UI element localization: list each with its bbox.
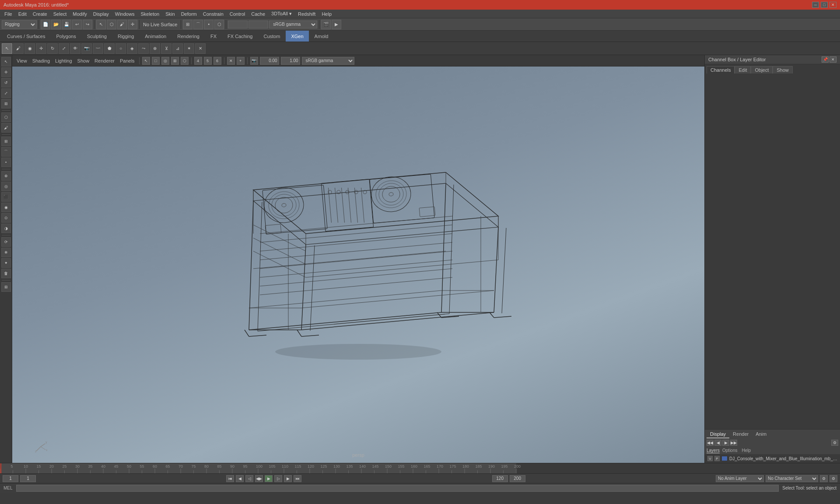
module-tab-rendering[interactable]: Rendering	[172, 31, 205, 42]
save-button[interactable]: 💾	[62, 20, 71, 29]
menu-skeleton[interactable]: Skeleton	[138, 11, 162, 17]
layer-tab-anim[interactable]: Anim	[752, 430, 770, 438]
vp-shading-3[interactable]: 6	[214, 57, 221, 65]
module-tab-animation[interactable]: Animation	[140, 31, 172, 42]
module-tab-arnold[interactable]: Arnold	[309, 31, 334, 42]
render-button[interactable]: ▶	[332, 20, 341, 29]
menu-create[interactable]: Create	[30, 11, 50, 17]
menu-3dtoall--[interactable]: 3DToAll ▾	[269, 10, 294, 17]
layer-next-btn[interactable]: ▶	[722, 440, 729, 446]
vp-icon-cam[interactable]: 📷	[250, 57, 258, 65]
character-set-select[interactable]: No Character Set	[766, 475, 818, 482]
sculpt-icon[interactable]: ◉	[24, 43, 35, 54]
next-frame-btn[interactable]: ▶	[284, 475, 292, 482]
command-input[interactable]	[16, 485, 779, 492]
layer-color-swatch[interactable]	[721, 456, 728, 461]
menu-control[interactable]: Control	[227, 11, 248, 17]
shading-menu[interactable]: Shading	[31, 58, 52, 63]
rotate-left-btn[interactable]: ↺	[1, 78, 11, 88]
new-file-button[interactable]: 📄	[41, 20, 50, 29]
menu-select[interactable]: Select	[51, 11, 70, 17]
range-start-input[interactable]	[20, 475, 36, 482]
range-end-input[interactable]	[492, 475, 508, 482]
value-input2[interactable]: 1.00	[248, 21, 268, 28]
show-menu[interactable]: Show	[76, 58, 91, 63]
select-tool-icon[interactable]: ↖	[2, 43, 12, 54]
minimize-button[interactable]: ─	[812, 2, 819, 8]
goto-first-btn[interactable]: ⏮	[226, 475, 234, 482]
rigging-dropdown[interactable]: Rigging	[2, 20, 37, 29]
lighting-menu[interactable]: Lighting	[53, 58, 74, 63]
camera-icon[interactable]: 📷	[81, 43, 92, 54]
viewport-3d[interactable]: persp y z x	[12, 66, 704, 463]
manip-left-btn[interactable]: ⊞	[1, 99, 11, 108]
render-settings-button[interactable]: 🎬	[321, 20, 331, 29]
module-tab-fx-caching[interactable]: FX Caching	[222, 31, 258, 42]
close-panel-icon[interactable]: ✕	[195, 43, 206, 54]
scale-tool-icon[interactable]: ⤢	[59, 43, 69, 54]
vp-icon-1[interactable]: ↖	[142, 57, 150, 65]
layer-visibility-p[interactable]: P	[714, 456, 720, 461]
module-tab-rigging[interactable]: Rigging	[112, 31, 139, 42]
module-tab-sculpting[interactable]: Sculpting	[82, 31, 112, 42]
undo-button[interactable]: ↩	[72, 20, 82, 29]
panels-menu[interactable]: Panels	[118, 58, 136, 63]
select-button[interactable]: ↖	[96, 20, 106, 29]
anim-pref-btn[interactable]: ⚙	[830, 475, 837, 482]
lattice-btn[interactable]: ⬛	[1, 192, 11, 202]
next-key-btn[interactable]: ▷	[274, 475, 282, 482]
soft-sel-btn[interactable]: ⬡	[1, 112, 11, 122]
module-tab-xgen[interactable]: XGen	[286, 31, 308, 42]
char-set-btn[interactable]: ⚙	[820, 475, 828, 482]
snap-surface-button[interactable]: ⬡	[214, 20, 224, 29]
nurbs-icon[interactable]: ○	[116, 43, 126, 54]
menu-modify[interactable]: Modify	[70, 11, 89, 17]
redo-button[interactable]: ↪	[83, 20, 92, 29]
renderer-menu[interactable]: Renderer	[93, 58, 116, 63]
vp-scale-input[interactable]	[281, 57, 300, 65]
select-left-btn[interactable]: ↖	[1, 57, 11, 66]
vp-icon-x[interactable]: ✕	[227, 57, 235, 65]
layer-prev-btn[interactable]: ◀	[714, 440, 721, 446]
vp-shading-1[interactable]: 4	[194, 57, 202, 65]
layer-first-btn[interactable]: ◀◀	[707, 440, 714, 446]
channel-tab-object[interactable]: Object	[751, 66, 773, 74]
skin-icon[interactable]: ⊿	[172, 43, 183, 54]
rotate-tool-icon[interactable]: ↻	[47, 43, 58, 54]
play-btn[interactable]: ▶	[265, 475, 273, 482]
anim-layer-select[interactable]: No Anim Layer	[716, 475, 764, 482]
snap-grid-button[interactable]: ⊞	[183, 20, 192, 29]
polygon-icon[interactable]: ⬟	[104, 43, 115, 54]
blend-shape-btn[interactable]: ◑	[1, 224, 11, 233]
help-subtab[interactable]: Help	[740, 448, 752, 453]
prev-key-btn[interactable]: ◁	[245, 475, 253, 482]
snap-point-button[interactable]: •	[204, 20, 214, 29]
view-menu[interactable]: View	[15, 58, 29, 63]
menu-deform[interactable]: Deform	[178, 11, 200, 17]
vp-icon-2[interactable]: □	[152, 57, 160, 65]
vp-icon-5[interactable]: ⬡	[181, 57, 189, 65]
vp-value-input[interactable]	[260, 57, 279, 65]
move-tool-icon[interactable]: ✛	[36, 43, 46, 54]
module-tab-polygons[interactable]: Polygons	[51, 31, 81, 42]
snap-to-point-btn[interactable]: •	[1, 158, 11, 167]
move-button[interactable]: ✛	[128, 20, 137, 29]
prev-frame-btn[interactable]: ◀	[236, 475, 244, 482]
lasso-button[interactable]: ⬡	[107, 20, 116, 29]
paint-weight-btn[interactable]: 🖌	[1, 123, 11, 133]
menu-cache[interactable]: Cache	[248, 11, 268, 17]
scale-left-btn[interactable]: ⤢	[1, 88, 11, 98]
delete-history-btn[interactable]: 🗑	[1, 269, 11, 278]
play-back-btn[interactable]: ◀▶	[255, 475, 263, 482]
module-tab-custom[interactable]: Custom	[259, 31, 286, 42]
layer-visibility-v[interactable]: V	[707, 456, 713, 461]
layer-options-btn[interactable]: ⚙	[831, 440, 838, 446]
timeline-canvas[interactable]	[0, 463, 840, 473]
move-left-btn[interactable]: ✛	[1, 67, 11, 77]
menu-windows[interactable]: Windows	[112, 11, 137, 17]
options-subtab[interactable]: Options	[721, 448, 739, 453]
layer-last-btn[interactable]: ▶▶	[730, 440, 737, 446]
maximize-button[interactable]: □	[821, 2, 828, 8]
curves-icon[interactable]: 〰	[93, 43, 103, 54]
cluster-btn[interactable]: ⊙	[1, 213, 11, 223]
